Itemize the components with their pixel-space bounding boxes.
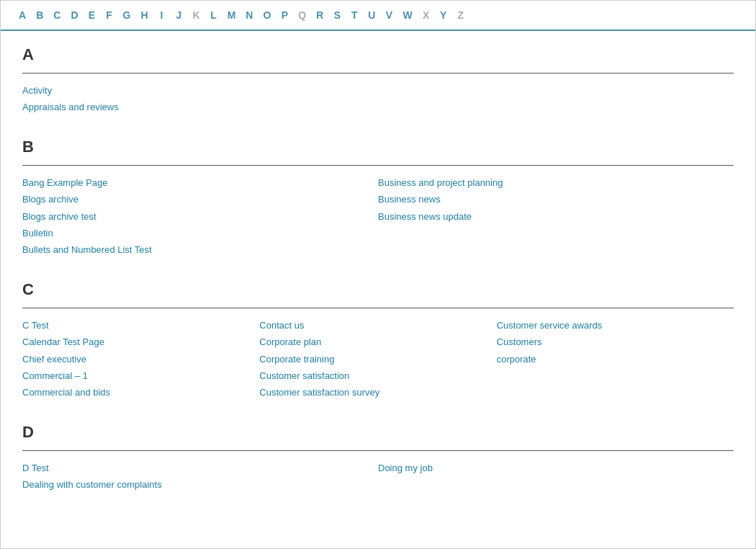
link-item[interactable]: Customer service awards bbox=[497, 317, 734, 334]
links-column-a-0: ActivityAppraisals and reviews bbox=[22, 82, 734, 116]
alpha-nav-letter-q[interactable]: Q bbox=[294, 8, 310, 22]
alpha-nav-letter-m[interactable]: M bbox=[224, 8, 240, 22]
alpha-nav-letter-e[interactable]: E bbox=[85, 8, 99, 22]
alpha-nav-letter-y[interactable]: Y bbox=[436, 8, 451, 22]
section-d: DD TestDealing with customer complaintsD… bbox=[22, 423, 734, 494]
link-item[interactable]: Blogs archive bbox=[22, 191, 378, 207]
alpha-nav-letter-i[interactable]: I bbox=[155, 8, 169, 22]
alpha-nav-letter-a[interactable]: A bbox=[15, 8, 30, 22]
link-item[interactable]: Chief executive bbox=[22, 351, 259, 367]
links-column-d-1: Doing my job bbox=[378, 460, 734, 494]
link-item[interactable]: Customer satisfaction bbox=[259, 367, 496, 384]
link-item[interactable]: Doing my job bbox=[378, 460, 734, 476]
link-item[interactable]: Corporate training bbox=[259, 351, 496, 367]
alpha-nav-letter-d[interactable]: D bbox=[67, 8, 81, 22]
section-divider-b bbox=[22, 165, 734, 166]
link-item[interactable]: C Test bbox=[22, 317, 259, 334]
alpha-nav-letter-c[interactable]: C bbox=[50, 8, 64, 22]
alpha-nav-letter-z[interactable]: Z bbox=[454, 8, 468, 22]
links-column-b-0: Bang Example PageBlogs archiveBlogs arch… bbox=[22, 174, 378, 259]
link-item[interactable]: Appraisals and reviews bbox=[22, 99, 734, 115]
section-a: AActivityAppraisals and reviews bbox=[22, 45, 734, 116]
link-item[interactable]: Commercial and bids bbox=[22, 384, 259, 401]
page-wrapper: ABCDEFGHIJKLMNOPQRSTUVWXYZ AActivityAppr… bbox=[0, 0, 756, 549]
link-item[interactable]: Dealing with customer complaints bbox=[22, 476, 378, 493]
alpha-nav-letter-s[interactable]: S bbox=[330, 8, 344, 22]
alpha-nav-letter-x[interactable]: X bbox=[419, 8, 433, 22]
section-heading-a: A bbox=[22, 45, 734, 68]
link-item[interactable]: Business and project planning bbox=[378, 174, 734, 191]
link-item[interactable]: Customer satisfaction survey bbox=[259, 384, 496, 401]
link-item[interactable]: Contact us bbox=[259, 317, 496, 334]
link-item[interactable]: Bullets and Numbered List Test bbox=[22, 241, 378, 258]
section-heading-c: C bbox=[22, 280, 734, 303]
alpha-nav-letter-k[interactable]: K bbox=[189, 8, 204, 22]
alpha-nav-letter-l[interactable]: L bbox=[207, 8, 221, 22]
links-column-d-0: D TestDealing with customer complaints bbox=[22, 460, 378, 494]
alpha-nav-letter-p[interactable]: P bbox=[277, 8, 292, 22]
alpha-nav-letter-t[interactable]: T bbox=[347, 8, 361, 22]
section-heading-b: B bbox=[22, 138, 734, 161]
link-item[interactable]: Business news update bbox=[378, 208, 734, 225]
link-item[interactable]: Commercial – 1 bbox=[22, 367, 259, 384]
links-grid-d: D TestDealing with customer complaintsDo… bbox=[22, 460, 734, 494]
section-divider-a bbox=[22, 73, 734, 73]
link-item[interactable]: D Test bbox=[22, 460, 378, 476]
alpha-nav-letter-r[interactable]: R bbox=[312, 8, 327, 22]
alpha-nav-letter-f[interactable]: F bbox=[102, 8, 117, 22]
section-divider-c bbox=[22, 308, 734, 308]
link-item[interactable]: Corporate plan bbox=[259, 334, 496, 350]
link-item[interactable]: Bulletin bbox=[22, 225, 378, 241]
links-grid-c: C TestCalendar Test PageChief executiveC… bbox=[22, 317, 734, 401]
links-grid-a: ActivityAppraisals and reviews bbox=[22, 82, 734, 116]
section-c: CC TestCalendar Test PageChief executive… bbox=[22, 280, 734, 401]
links-grid-b: Bang Example PageBlogs archiveBlogs arch… bbox=[22, 174, 734, 259]
main-content: AActivityAppraisals and reviewsBBang Exa… bbox=[1, 31, 755, 536]
alpha-nav-letter-h[interactable]: H bbox=[137, 8, 151, 22]
link-item[interactable]: Activity bbox=[22, 82, 734, 99]
link-item[interactable]: Bang Example Page bbox=[22, 174, 378, 191]
section-heading-d: D bbox=[22, 423, 734, 446]
links-column-c-2: Customer service awardsCustomerscorporat… bbox=[497, 317, 734, 401]
alphabet-nav: ABCDEFGHIJKLMNOPQRSTUVWXYZ bbox=[1, 1, 755, 31]
section-b: BBang Example PageBlogs archiveBlogs arc… bbox=[22, 138, 734, 259]
links-column-c-0: C TestCalendar Test PageChief executiveC… bbox=[22, 317, 259, 401]
alpha-nav-letter-j[interactable]: J bbox=[172, 8, 186, 22]
alpha-nav-letter-n[interactable]: N bbox=[242, 8, 256, 22]
link-item[interactable]: Business news bbox=[378, 191, 734, 207]
alpha-nav-letter-g[interactable]: G bbox=[120, 8, 135, 22]
links-column-c-1: Contact usCorporate planCorporate traini… bbox=[259, 317, 496, 401]
links-column-b-1: Business and project planningBusiness ne… bbox=[378, 174, 734, 259]
section-divider-d bbox=[22, 450, 734, 451]
link-item[interactable]: Customers bbox=[497, 334, 734, 350]
alpha-nav-letter-w[interactable]: W bbox=[399, 8, 415, 22]
alpha-nav-letter-u[interactable]: U bbox=[364, 8, 379, 22]
alpha-nav-letter-b[interactable]: B bbox=[32, 8, 47, 22]
link-item[interactable]: Calendar Test Page bbox=[22, 334, 259, 350]
alpha-nav-letter-v[interactable]: V bbox=[382, 8, 396, 22]
link-item[interactable]: Blogs archive test bbox=[22, 208, 378, 225]
link-item[interactable]: corporate bbox=[497, 351, 734, 367]
alpha-nav-letter-o[interactable]: O bbox=[259, 8, 274, 22]
